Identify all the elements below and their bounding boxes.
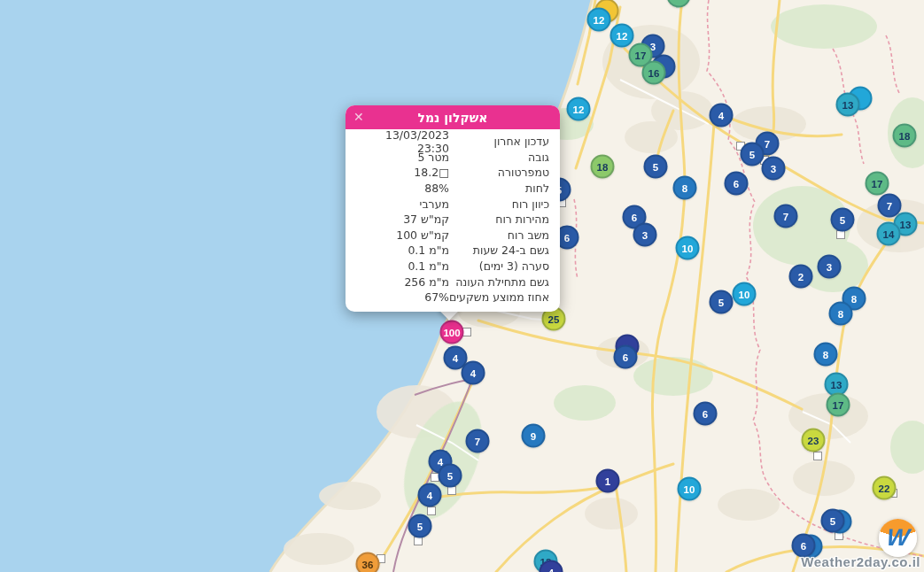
station-marker[interactable]: 3 bbox=[762, 157, 786, 181]
station-marker[interactable]: 8 bbox=[829, 302, 853, 326]
station-marker-value: 12 bbox=[594, 14, 605, 25]
weather-station-icon bbox=[462, 328, 471, 336]
station-marker-value: 3 bbox=[771, 163, 776, 174]
station-marker-value: 3 bbox=[642, 229, 648, 240]
station-marker[interactable]: 23 bbox=[802, 429, 826, 452]
station-marker-value: 8 bbox=[838, 308, 843, 319]
station-marker-value: 13 bbox=[900, 219, 912, 229]
station-marker-value: 4 bbox=[548, 567, 554, 572]
weather-station-icon bbox=[414, 537, 423, 545]
popup-field-value: 37 קמ"ש bbox=[356, 213, 449, 226]
station-marker-value: 7 bbox=[765, 138, 770, 149]
station-marker[interactable]: 5 bbox=[710, 290, 734, 314]
popup-field-value: 0.1 מ"מ bbox=[356, 259, 449, 273]
station-marker-value: 25 bbox=[548, 313, 560, 324]
station-marker-value: 16 bbox=[648, 67, 660, 78]
station-marker[interactable]: 14 bbox=[877, 222, 901, 246]
popup-row: עדכון אחרון 13/03/2023 23:30 bbox=[356, 134, 549, 150]
station-marker-value: 5 bbox=[749, 149, 755, 159]
station-marker-value: 12 bbox=[573, 104, 585, 114]
station-marker-value: 14 bbox=[883, 228, 895, 239]
station-marker-value: 2 bbox=[798, 271, 804, 282]
popup-field-label: סערה (3 ימים) bbox=[479, 259, 549, 273]
station-marker[interactable]: 4 bbox=[462, 361, 485, 385]
station-marker[interactable]: 10 bbox=[676, 236, 700, 260]
station-marker[interactable]: 12 bbox=[587, 8, 611, 32]
station-marker-value: 6 bbox=[801, 540, 806, 551]
station-popup: ✕ אשקלון נמל עדכון אחרון 13/03/2023 23:3… bbox=[346, 105, 560, 312]
station-marker[interactable]: 18 bbox=[591, 155, 615, 179]
station-marker-value: 8 bbox=[682, 182, 687, 193]
station-marker[interactable]: 7 bbox=[774, 205, 798, 228]
popup-field-value: 18.2□ bbox=[356, 166, 449, 179]
popup-row: גובה 5 מטר bbox=[356, 150, 549, 166]
station-marker-value: 21 bbox=[673, 0, 685, 1]
popup-header: ✕ אשקלון נמל bbox=[346, 105, 560, 129]
popup-field-label: עדכון אחרון bbox=[494, 135, 549, 148]
station-marker[interactable]: 6 bbox=[725, 172, 749, 196]
station-marker-value: 18 bbox=[899, 130, 911, 141]
station-marker-value: 36 bbox=[362, 559, 374, 569]
station-marker-value: 10 bbox=[682, 243, 694, 253]
station-marker-value: 13 bbox=[842, 99, 854, 110]
station-marker[interactable]: 8 bbox=[673, 176, 697, 200]
station-marker-value: 4 bbox=[470, 367, 476, 378]
station-marker-value: 17 bbox=[833, 399, 844, 410]
popup-field-label: אחוז ממוצע משקעים bbox=[449, 290, 549, 304]
station-marker[interactable]: 3 bbox=[633, 223, 657, 247]
station-marker[interactable]: 12 bbox=[610, 24, 634, 48]
station-marker[interactable]: 17 bbox=[866, 172, 889, 196]
station-marker[interactable]: 4 bbox=[710, 104, 734, 128]
weather2day-logo[interactable]: W bbox=[879, 519, 917, 557]
station-marker[interactable]: 13 bbox=[836, 93, 860, 117]
popup-row: סערה (3 ימים) 0.1 מ"מ bbox=[356, 259, 549, 274]
station-marker[interactable]: 5 bbox=[821, 509, 845, 533]
station-marker[interactable]: 5 bbox=[408, 514, 432, 538]
station-marker[interactable]: 1 bbox=[596, 469, 620, 493]
station-marker[interactable]: 10 bbox=[733, 282, 757, 306]
station-marker-value: 5 bbox=[718, 297, 724, 307]
weather-station-icon bbox=[813, 452, 822, 460]
station-marker-value: 100 bbox=[443, 327, 460, 337]
station-marker-value: 8 bbox=[851, 293, 857, 304]
popup-field-label: גשם ב-24 שעות bbox=[473, 243, 549, 257]
station-marker[interactable]: 5 bbox=[831, 208, 855, 232]
station-marker[interactable]: 5 bbox=[644, 155, 668, 179]
station-marker[interactable]: 10 bbox=[678, 477, 702, 501]
station-marker-value: 6 bbox=[564, 232, 570, 243]
station-marker[interactable]: 2 bbox=[789, 265, 813, 289]
station-marker[interactable]: 22 bbox=[873, 476, 897, 500]
station-marker[interactable]: 8 bbox=[814, 343, 838, 367]
popup-row: טמפרטורה 18.2□ bbox=[356, 165, 549, 181]
station-marker[interactable]: 4 bbox=[540, 560, 563, 572]
weather-station-icon bbox=[836, 230, 845, 239]
station-marker[interactable]: 36 bbox=[356, 553, 380, 572]
station-marker[interactable]: 6 bbox=[694, 402, 718, 426]
popup-field-value: 5 מטר bbox=[356, 151, 449, 164]
station-marker[interactable]: 5 bbox=[741, 143, 765, 166]
weather-station-icon bbox=[427, 506, 436, 515]
watermark-text: Weather2day.co.il bbox=[801, 554, 920, 569]
station-marker[interactable]: 21 bbox=[667, 0, 691, 8]
station-marker[interactable]: 3 bbox=[818, 255, 842, 279]
station-marker[interactable]: 18 bbox=[893, 124, 917, 148]
station-marker[interactable]: 17 bbox=[827, 393, 850, 417]
popup-field-label: משב רוח bbox=[508, 228, 549, 242]
popup-row: גשם ב-24 שעות 0.1 מ"מ bbox=[356, 243, 549, 259]
popup-field-value: 100 קמ"ש bbox=[356, 228, 449, 242]
popup-field-label: גובה bbox=[528, 151, 549, 164]
station-marker[interactable]: 7 bbox=[466, 429, 490, 453]
popup-row: משב רוח 100 קמ"ש bbox=[356, 228, 549, 243]
station-marker[interactable]: 12 bbox=[567, 97, 591, 121]
weather-map-canvas[interactable]: 12 12 21 3 17 16 12 4 13 18 bbox=[0, 0, 924, 572]
station-marker[interactable]: 9 bbox=[522, 424, 546, 448]
close-icon[interactable]: ✕ bbox=[353, 109, 364, 125]
station-marker[interactable]: 16 bbox=[642, 61, 666, 85]
station-marker[interactable]: 6 bbox=[614, 345, 638, 369]
station-marker[interactable]: 100 bbox=[440, 321, 464, 344]
station-marker[interactable]: 4 bbox=[418, 483, 442, 507]
station-marker-value: 5 bbox=[830, 515, 835, 526]
station-marker-value: 1 bbox=[605, 475, 610, 486]
popup-field-label: מהירות רוח bbox=[495, 213, 549, 226]
station-marker[interactable]: 5 bbox=[439, 464, 462, 488]
